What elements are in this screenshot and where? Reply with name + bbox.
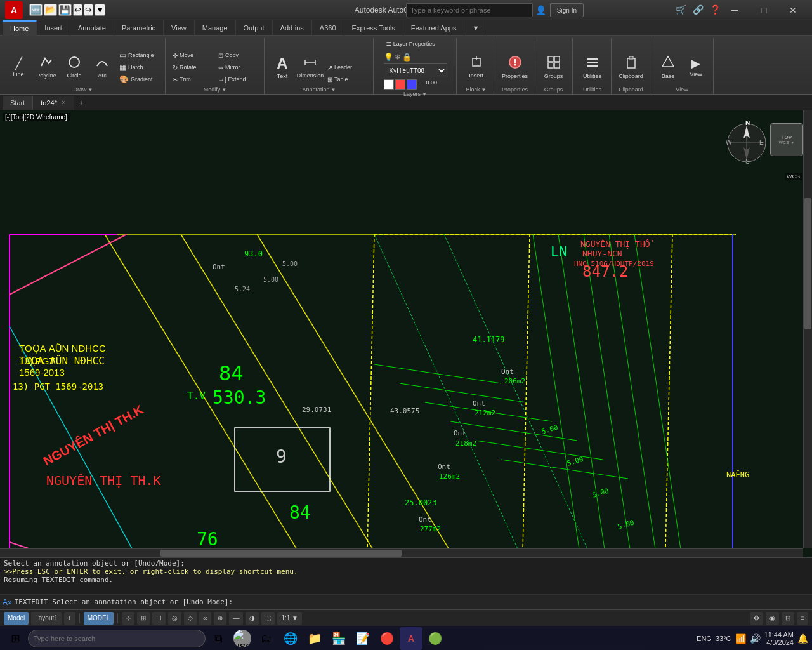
isolate-btn[interactable]: ◉ [766,612,779,625]
model-tab-btn[interactable]: Model [4,612,29,625]
add-tab-button[interactable]: + [74,96,88,110]
command-input[interactable] [15,598,809,606]
tool-view-panel[interactable]: ▶ View [683,50,709,85]
tab-annotate[interactable]: Annotate [70,20,114,36]
user-avatar[interactable] [231,627,254,650]
store-icon[interactable]: 🛒 [673,3,689,16]
qa-redo[interactable]: ↪ [84,4,93,16]
tool-move[interactable]: ✛Move [170,50,214,61]
tool-layer-properties[interactable]: ≡ Layer Properties [384,38,438,50]
help-icon[interactable]: ❓ [707,3,723,16]
tool-trim[interactable]: ✂Trim [170,74,214,85]
tool-leader[interactable]: ↗Leader [325,62,369,73]
tool-rotate[interactable]: ↻Rotate [170,62,214,73]
wifi-icon[interactable]: 📶 [735,633,746,644]
taskbar-app1[interactable]: 🔴 [376,627,398,650]
close-button[interactable]: ✕ [779,1,807,19]
tool-groups[interactable]: Groups [540,50,567,85]
clean-screen-btn[interactable]: ⊡ [782,612,794,625]
color-white[interactable] [384,79,394,90]
snap-btn[interactable]: ⊹ [122,612,134,625]
tool-dimension[interactable]: Dimension [297,50,324,85]
transparency-btn[interactable]: ◑ [246,612,259,625]
tool-hatch[interactable]: ▦Hatch [117,62,161,73]
draw-expand-icon[interactable]: ▼ [88,87,93,93]
color-red[interactable] [395,79,405,90]
layout1-tab-btn[interactable]: Layout1 [31,612,62,625]
grid-btn[interactable]: ⊞ [137,612,150,625]
tool-arc[interactable]: Arc [89,50,115,85]
doc-tab-start[interactable]: Start [3,96,33,110]
tab-parametric[interactable]: Parametric [114,20,164,36]
horizontal-scrollbar[interactable] [0,548,803,557]
tab-addins[interactable]: Add-ins [273,20,312,36]
ortho-btn[interactable]: ⊣ [152,612,166,625]
vertical-scrollbar[interactable] [803,110,812,548]
block-expand-icon[interactable]: ▼ [481,87,487,93]
color-blue[interactable] [407,79,417,90]
layer-select[interactable]: KyHieuTT08 [384,63,447,77]
account-icon[interactable]: 🔗 [690,3,706,16]
taskbar-autocad[interactable]: A [400,627,422,650]
tool-gradient[interactable]: 🎨Gradient [117,74,161,85]
qa-new[interactable]: 🆕 [29,4,43,16]
doc-tab-to24[interactable]: to24* ✕ [33,96,74,110]
qa-more[interactable]: ▼ [95,4,105,16]
workspace-btn[interactable]: ⚙ [750,612,763,625]
tool-clipboard[interactable]: Clipboard [618,50,645,85]
cad-canvas[interactable] [0,110,812,557]
tool-table[interactable]: ⊞Table [325,74,369,85]
lweight-btn[interactable]: — [229,612,243,625]
task-view-icon[interactable]: ⧉ [207,627,230,650]
qa-save[interactable]: 💾 [58,4,72,16]
taskbar-search-input[interactable] [28,630,206,647]
clock-area[interactable]: 11:44 AM 4/3/2024 [764,631,794,646]
ducs-btn[interactable]: ⊕ [214,612,226,625]
viewcube[interactable]: TOP WCS ▼ [770,123,803,156]
minimize-button[interactable]: ─ [721,1,749,19]
qa-undo[interactable]: ↩ [73,4,82,16]
taskbar-explorer[interactable]: 🗂 [255,627,278,650]
tool-extend[interactable]: →|Extend [216,74,260,85]
tool-polyline[interactable]: Polyline [33,50,60,85]
volume-icon[interactable]: 🔊 [750,633,761,644]
tool-properties[interactable]: Properties [502,50,528,85]
osnap-btn[interactable]: ◇ [184,612,197,625]
h-scroll-thumb[interactable] [160,550,402,557]
v-scroll-thumb[interactable] [804,198,811,329]
tab-featured[interactable]: Featured Apps [403,20,465,36]
drawing-area[interactable]: [-][Top][2D Wireframe] N S E W TOP WCS ▼ [0,110,812,557]
tool-insert-block[interactable]: Insert [463,50,490,85]
tab-output[interactable]: Output [236,20,273,36]
selection-btn[interactable]: ⬚ [261,612,275,625]
otrack-btn[interactable]: ∞ [199,612,211,625]
customize-btn[interactable]: ≡ [797,612,808,625]
taskbar-word[interactable]: 📝 [351,627,374,650]
modify-expand-icon[interactable]: ▼ [221,87,226,93]
taskbar-browser[interactable]: 🌐 [279,627,302,650]
tool-mirror[interactable]: ⇔Mirror [216,62,260,73]
close-to24-icon[interactable]: ✕ [61,99,66,106]
tool-line[interactable]: ╱ Line [5,50,32,85]
tool-base[interactable]: Base [655,50,681,85]
tab-a360[interactable]: A360 [312,20,344,36]
annotation-expand-icon[interactable]: ▼ [331,87,336,93]
layers-expand-icon[interactable]: ▼ [422,91,427,97]
taskbar-app2[interactable]: 🟢 [424,627,447,650]
qa-open[interactable]: 📂 [44,4,57,16]
model-space-btn[interactable]: MODEL [84,612,114,625]
taskbar-store[interactable]: 🏪 [327,627,350,650]
tool-text[interactable]: A Text [269,50,296,85]
tab-home[interactable]: Home [3,20,37,36]
maximize-button[interactable]: □ [750,1,778,19]
add-layout-btn[interactable]: + [64,612,75,625]
start-button[interactable]: ⊞ [4,627,27,650]
tool-circle[interactable]: Circle [61,50,88,85]
tab-manage[interactable]: Manage [195,20,236,36]
taskbar-files[interactable]: 📁 [303,627,326,650]
tool-copy[interactable]: ⊡Copy [216,50,260,61]
search-input[interactable] [406,3,533,17]
annotation-scale-btn[interactable]: 1:1 ▼ [277,612,302,625]
tab-view[interactable]: View [164,20,195,36]
tab-express[interactable]: Express Tools [344,20,403,36]
